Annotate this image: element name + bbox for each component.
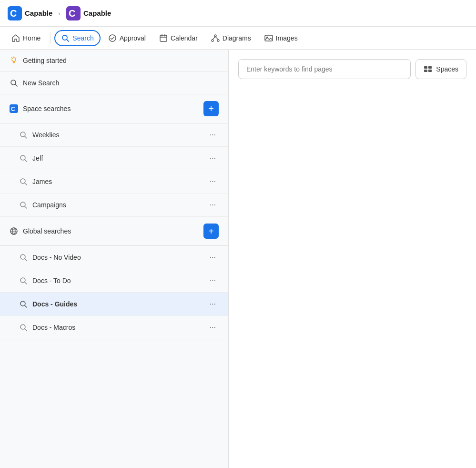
- sidebar-item-docs-to-do[interactable]: Docs - To Do ···: [0, 269, 228, 293]
- sidebar-item-docs-macros[interactable]: Docs - Macros ···: [0, 316, 228, 339]
- nav-item-calendar[interactable]: Calendar: [153, 31, 203, 45]
- main-layout: Getting started New Search C Space searc…: [0, 50, 476, 468]
- nav-home-label: Home: [23, 34, 41, 42]
- search-docs-guides-icon: [19, 300, 28, 308]
- sidebar-item-new-search[interactable]: New Search: [0, 72, 228, 94]
- weeklies-more-button[interactable]: ···: [207, 130, 219, 140]
- svg-line-21: [16, 58, 16, 58]
- nav-approval-label: Approval: [120, 34, 146, 42]
- search-weeklies-icon: [19, 131, 28, 139]
- docs-no-video-left: Docs - No Video: [19, 253, 81, 262]
- space-searches-label: Space searches: [23, 105, 71, 112]
- docs-macros-left: Docs - Macros: [19, 323, 75, 332]
- svg-line-43: [25, 282, 27, 284]
- svg-line-5: [67, 40, 69, 41]
- search-docs-no-video-icon: [19, 253, 28, 262]
- docs-to-do-left: Docs - To Do: [19, 276, 71, 285]
- svg-line-24: [15, 84, 17, 86]
- svg-line-22: [11, 58, 12, 58]
- capable-logo-1-icon: C: [8, 6, 22, 20]
- nav-calendar-label: Calendar: [171, 34, 198, 42]
- svg-point-13: [217, 40, 219, 41]
- space-searches-icon: C: [10, 104, 18, 113]
- svg-line-45: [25, 305, 27, 307]
- nav-images-label: Images: [276, 34, 298, 42]
- jeff-label: Jeff: [32, 154, 43, 162]
- nav-item-search[interactable]: Search: [54, 30, 100, 46]
- nav-item-home[interactable]: Home: [6, 31, 46, 45]
- nav-item-images[interactable]: Images: [259, 31, 304, 45]
- topbar: C Capable › C Capable: [0, 0, 476, 27]
- home-icon: [11, 34, 20, 42]
- search-campaigns-icon: [19, 201, 28, 209]
- navbar: Home Search Approval Calendar: [0, 27, 476, 50]
- brand2[interactable]: C Capable: [66, 6, 111, 20]
- search-docs-macros-icon: [19, 323, 28, 332]
- nav-item-approval[interactable]: Approval: [102, 31, 152, 45]
- svg-rect-7: [160, 35, 167, 41]
- sidebar-item-docs-no-video[interactable]: Docs - No Video ···: [0, 246, 228, 269]
- docs-guides-label: Docs - Guides: [32, 300, 77, 308]
- sidebar-item-docs-guides[interactable]: Docs - Guides ···: [0, 293, 228, 316]
- svg-rect-48: [424, 66, 427, 69]
- nav-item-diagrams[interactable]: Diagrams: [205, 31, 257, 45]
- svg-line-14: [213, 37, 215, 40]
- james-more-button[interactable]: ···: [207, 176, 219, 187]
- add-space-search-button[interactable]: +: [203, 101, 219, 116]
- search-docs-to-do-icon: [19, 276, 28, 285]
- docs-guides-left: Docs - Guides: [19, 300, 77, 308]
- sidebar-item-getting-started[interactable]: Getting started: [0, 50, 228, 72]
- svg-line-15: [215, 37, 218, 40]
- globe-icon: [10, 227, 18, 235]
- campaigns-label: Campaigns: [32, 201, 66, 209]
- brand1[interactable]: C Capable: [8, 6, 52, 20]
- capable-logo-2-icon: C: [66, 6, 81, 20]
- svg-point-11: [214, 35, 216, 37]
- search-input[interactable]: [238, 59, 411, 79]
- brand1-label: Capable: [25, 9, 52, 17]
- svg-text:C: C: [69, 8, 75, 19]
- docs-guides-more-button[interactable]: ···: [207, 299, 219, 309]
- getting-started-label: Getting started: [23, 57, 67, 64]
- svg-line-34: [25, 206, 27, 208]
- svg-text:C: C: [11, 106, 15, 112]
- svg-text:C: C: [10, 8, 17, 19]
- nav-search-label: Search: [72, 34, 93, 42]
- docs-no-video-more-button[interactable]: ···: [207, 252, 219, 263]
- lightbulb-icon: [10, 56, 18, 65]
- spaces-button-label: Spaces: [436, 65, 458, 73]
- space-searches-header-left: C Space searches: [10, 104, 71, 113]
- svg-rect-51: [428, 70, 432, 72]
- svg-point-12: [212, 40, 213, 41]
- brand2-label: Capable: [83, 9, 111, 17]
- global-searches-header: Global searches +: [0, 217, 228, 246]
- docs-to-do-more-button[interactable]: ···: [207, 275, 219, 286]
- jeff-more-button[interactable]: ···: [207, 153, 219, 163]
- docs-macros-more-button[interactable]: ···: [207, 322, 219, 333]
- search-jeff-icon: [19, 154, 28, 163]
- add-global-search-button[interactable]: +: [203, 224, 219, 239]
- campaigns-left: Campaigns: [19, 201, 66, 209]
- spaces-button[interactable]: Spaces: [415, 59, 466, 79]
- content-area: Spaces: [229, 50, 476, 468]
- svg-line-30: [25, 160, 27, 162]
- weeklies-left: Weeklies: [19, 131, 60, 139]
- svg-line-47: [25, 329, 27, 331]
- svg-line-28: [25, 136, 27, 138]
- calendar-icon: [159, 34, 168, 42]
- search-icon: [10, 79, 18, 87]
- sidebar-item-campaigns[interactable]: Campaigns ···: [0, 193, 228, 217]
- search-nav-icon: [61, 34, 70, 42]
- sidebar-item-james[interactable]: James ···: [0, 170, 228, 193]
- docs-no-video-label: Docs - No Video: [32, 254, 81, 261]
- docs-to-do-label: Docs - To Do: [32, 277, 71, 285]
- spaces-icon: [424, 65, 432, 73]
- nav-divider: [50, 32, 51, 44]
- global-searches-header-left: Global searches: [10, 227, 71, 235]
- sidebar-item-jeff[interactable]: Jeff ···: [0, 147, 228, 170]
- search-bar-row: Spaces: [238, 59, 466, 79]
- approval-icon: [108, 34, 117, 42]
- campaigns-more-button[interactable]: ···: [207, 200, 219, 210]
- sidebar-item-weeklies[interactable]: Weeklies ···: [0, 123, 228, 147]
- images-icon: [264, 34, 273, 42]
